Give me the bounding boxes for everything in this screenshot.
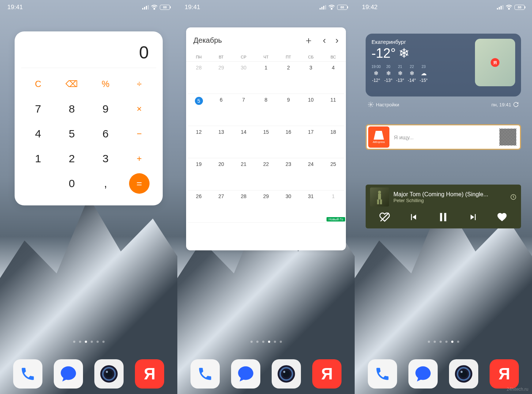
calc-btn-÷[interactable]: ÷ xyxy=(122,72,156,96)
calendar-day[interactable]: 28 xyxy=(233,190,255,223)
calendar-day[interactable]: 19 xyxy=(188,158,210,190)
calc-btn-3[interactable]: 3 xyxy=(89,146,122,171)
calc-btn-9[interactable]: 9 xyxy=(89,96,122,121)
calendar-day[interactable]: 27 xyxy=(210,190,232,223)
page-dot[interactable] xyxy=(428,341,430,343)
calendar-day[interactable]: 13 xyxy=(210,126,232,158)
calendar-day[interactable]: 1Новый Го xyxy=(322,190,344,223)
yandex-app-icon[interactable]: Я xyxy=(135,359,164,389)
calendar-day[interactable]: 30 xyxy=(277,190,299,223)
page-dot[interactable] xyxy=(85,341,87,343)
calendar-add-button[interactable]: ＋ xyxy=(304,34,313,47)
page-dot[interactable] xyxy=(434,341,436,343)
phone-app-icon[interactable] xyxy=(190,359,220,389)
calc-btn-7[interactable]: 7 xyxy=(21,96,55,121)
page-dot[interactable] xyxy=(445,341,448,343)
qr-code-icon[interactable] xyxy=(499,129,516,145)
calc-btn-4[interactable]: 4 xyxy=(21,121,55,146)
calc-btn-%[interactable]: % xyxy=(89,72,122,96)
calendar-day[interactable]: 17 xyxy=(299,126,322,158)
page-dot[interactable] xyxy=(97,341,99,343)
calendar-day[interactable]: 4 xyxy=(322,62,344,94)
calendar-day[interactable]: 30 xyxy=(233,62,255,94)
calendar-day[interactable]: 20 xyxy=(210,158,232,190)
calendar-day[interactable]: 5 xyxy=(188,94,210,126)
page-dot[interactable] xyxy=(262,341,264,343)
calendar-day[interactable]: 14 xyxy=(233,126,255,158)
phone-app-icon[interactable] xyxy=(13,359,42,389)
yandex-app-icon[interactable]: Я xyxy=(312,359,342,389)
aliexpress-search-input[interactable]: Я ищу... xyxy=(394,134,495,140)
camera-app-icon[interactable] xyxy=(449,359,478,389)
calc-btn-+[interactable]: + xyxy=(122,146,156,171)
calc-btn-−[interactable]: − xyxy=(122,121,156,146)
calendar-day[interactable]: 29 xyxy=(255,190,277,223)
chat-app-icon[interactable] xyxy=(408,359,438,389)
aliexpress-widget[interactable]: AliExpress Я ищу... xyxy=(366,124,521,150)
pause-button[interactable] xyxy=(437,211,449,225)
chat-app-icon[interactable] xyxy=(54,359,83,389)
calc-btn-⌫[interactable]: ⌫ xyxy=(55,72,88,96)
calendar-day[interactable]: 2 xyxy=(277,62,299,94)
page-dot[interactable] xyxy=(91,341,93,343)
chat-app-icon[interactable] xyxy=(231,359,260,389)
weather-widget[interactable]: Екатеринбург -12° ❄ 19:00❄-12°20❄-13°21❄… xyxy=(366,34,521,96)
calc-btn-5[interactable]: 5 xyxy=(55,121,88,146)
page-dot[interactable] xyxy=(79,341,81,343)
weather-timestamp[interactable]: пн, 19:41 xyxy=(491,102,519,107)
calendar-day[interactable]: 29 xyxy=(210,62,232,94)
page-dot[interactable] xyxy=(73,341,75,343)
weather-map[interactable]: Я xyxy=(475,39,515,86)
calc-btn-0[interactable]: 0 xyxy=(55,171,88,196)
calc-btn-×[interactable]: × xyxy=(122,96,156,121)
music-widget[interactable]: Major Tom (Coming Home) (Single... Peter… xyxy=(366,185,521,228)
page-dot[interactable] xyxy=(457,341,459,343)
page-dot[interactable] xyxy=(256,341,259,343)
page-dot[interactable] xyxy=(280,341,282,343)
calendar-day[interactable]: 8 xyxy=(255,94,277,126)
calc-btn-,[interactable]: , xyxy=(89,171,122,196)
calendar-day[interactable]: 3 xyxy=(299,62,322,94)
calendar-day[interactable]: 9 xyxy=(277,94,299,126)
calc-btn-6[interactable]: 6 xyxy=(89,121,122,146)
calendar-day[interactable]: 16 xyxy=(277,126,299,158)
calendar-day[interactable]: 23 xyxy=(277,158,299,190)
page-dot[interactable] xyxy=(102,341,105,343)
calendar-day[interactable]: 10 xyxy=(299,94,322,126)
calendar-widget[interactable]: Декабрь ＋ ‹ › ПНВТСРЧТПТСБВС 28293012345… xyxy=(186,27,346,250)
calendar-day[interactable]: 7 xyxy=(233,94,255,126)
calendar-next-button[interactable]: › xyxy=(335,35,339,46)
camera-app-icon[interactable] xyxy=(272,359,301,389)
weather-settings-button[interactable]: Настройки xyxy=(368,102,399,107)
calc-btn-8[interactable]: 8 xyxy=(55,96,88,121)
yandex-app-icon[interactable]: Я xyxy=(490,359,519,389)
calendar-day[interactable]: 25 xyxy=(322,158,344,190)
calendar-day[interactable]: 28 xyxy=(188,62,210,94)
calendar-day[interactable]: 26 xyxy=(188,190,210,223)
dislike-button[interactable] xyxy=(379,212,390,224)
calendar-prev-button[interactable]: ‹ xyxy=(323,35,326,46)
calendar-day[interactable]: 18 xyxy=(322,126,344,158)
next-button[interactable] xyxy=(468,212,478,224)
calc-btn-C[interactable]: C xyxy=(21,72,55,96)
camera-app-icon[interactable] xyxy=(94,359,124,389)
calc-btn-2[interactable]: 2 xyxy=(55,146,88,171)
calendar-event[interactable]: Новый Го xyxy=(327,217,345,221)
calendar-day[interactable]: 31 xyxy=(299,190,322,223)
calc-btn-1[interactable]: 1 xyxy=(21,146,55,171)
page-dot[interactable] xyxy=(250,341,253,343)
phone-app-icon[interactable] xyxy=(368,359,397,389)
page-dot[interactable] xyxy=(274,341,276,343)
like-button[interactable] xyxy=(497,212,508,224)
calendar-day[interactable]: 21 xyxy=(233,158,255,190)
calendar-day[interactable]: 1 xyxy=(255,62,277,94)
calendar-day[interactable]: 15 xyxy=(255,126,277,158)
cast-icon[interactable] xyxy=(510,194,517,200)
page-dot[interactable] xyxy=(439,341,442,343)
prev-button[interactable] xyxy=(408,212,419,224)
calendar-day[interactable]: 12 xyxy=(188,126,210,158)
page-dot[interactable] xyxy=(451,341,453,343)
page-dot[interactable] xyxy=(268,341,270,343)
calculator-widget[interactable]: 0 C⌫%÷789×456−123+0,= xyxy=(15,31,163,205)
calendar-day[interactable]: 22 xyxy=(255,158,277,190)
